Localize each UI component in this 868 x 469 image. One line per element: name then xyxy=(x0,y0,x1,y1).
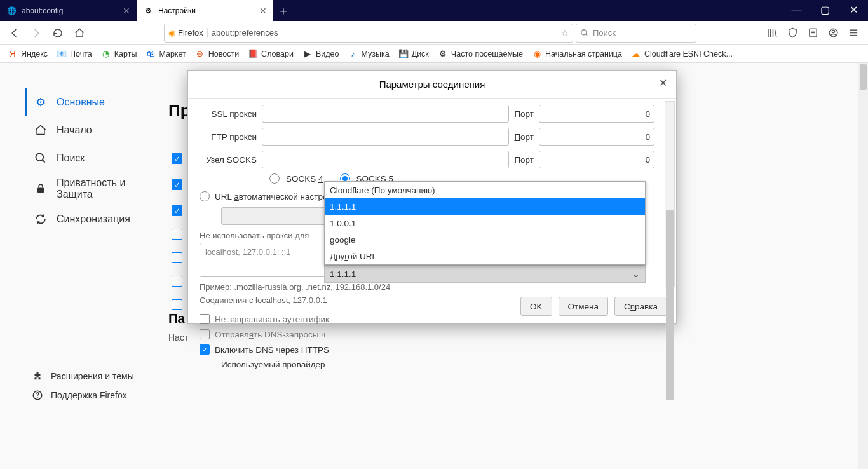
forward-button xyxy=(27,24,46,43)
svg-line-1 xyxy=(586,34,588,36)
navbar: ◉ Firefox about:preferences ☆ Поиск xyxy=(0,21,868,45)
bookmark-dicts[interactable]: 📕Словари xyxy=(244,48,297,60)
identity-label: Firefox xyxy=(178,28,203,37)
url-text[interactable]: about:preferences xyxy=(212,28,557,37)
provider-label: Используемый провайдер xyxy=(221,360,325,369)
search-placeholder: Поиск xyxy=(593,28,616,37)
window-maximize-icon[interactable]: ▢ xyxy=(811,0,839,19)
home-button[interactable] xyxy=(70,24,89,43)
bookmark-label: Маркет xyxy=(159,50,186,58)
tab-label: about:config xyxy=(22,6,63,15)
provider-option-1111[interactable]: 1.1.1.1 xyxy=(325,198,645,215)
tab-close-icon[interactable]: ✕ xyxy=(123,6,130,16)
window-close-icon[interactable]: ✕ xyxy=(839,0,868,19)
titlebar: 🌐 about:config ✕ ⚙ Настройки ✕ ＋ — ▢ ✕ xyxy=(0,0,868,21)
scrollbar-thumb[interactable] xyxy=(666,210,674,400)
socks4-radio[interactable] xyxy=(269,173,280,184)
port-label: Порт xyxy=(514,155,534,165)
bookmark-news[interactable]: ⊕Новости xyxy=(191,48,243,60)
bookmark-star-icon[interactable]: ☆ xyxy=(561,28,569,37)
provider-selected-value: 1.1.1.1 xyxy=(330,269,356,279)
bookmark-label: Диск xyxy=(412,50,429,58)
ssl-proxy-input[interactable] xyxy=(262,105,509,123)
provider-options-list: Cloudflare (По умолчанию) 1.1.1.1 1.0.0.… xyxy=(324,181,646,265)
bookmark-label: Словари xyxy=(261,50,294,58)
doh-checkbox[interactable]: ✓ xyxy=(200,344,210,355)
port-label: Порт xyxy=(514,132,534,142)
provider-option-google[interactable]: google xyxy=(325,231,645,248)
svg-point-0 xyxy=(581,29,587,34)
bookmark-disk[interactable]: 💾Диск xyxy=(395,48,433,60)
bookmark-label: Видео xyxy=(316,50,339,58)
ftp-proxy-label: FTP прокси xyxy=(200,132,257,142)
dns-socks-label: Отправлять DNS-запросы ч xyxy=(215,330,325,339)
svg-line-5 xyxy=(775,29,776,36)
identity-chip[interactable]: ◉ Firefox xyxy=(168,28,208,37)
ssl-proxy-label: SSL прокси xyxy=(200,109,257,119)
ssl-port-input[interactable] xyxy=(539,105,654,123)
search-icon xyxy=(580,29,589,37)
autoconfig-radio[interactable] xyxy=(200,191,210,201)
port-label: Порт xyxy=(514,109,534,119)
bookmark-music[interactable]: ♪Музыка xyxy=(344,48,393,60)
provider-select-box[interactable]: 1.1.1.1 ⌄ xyxy=(324,265,646,283)
tab-settings[interactable]: ⚙ Настройки ✕ xyxy=(137,0,273,21)
account-icon[interactable] xyxy=(824,24,843,43)
noauth-checkbox[interactable] xyxy=(200,314,210,324)
gear-icon: ⚙ xyxy=(143,6,153,16)
bookmark-mail[interactable]: 📧Почта xyxy=(53,48,96,60)
back-button[interactable] xyxy=(5,24,24,43)
bookmarks-bar: ЯЯндекс 📧Почта ◔Карты 🛍Маркет ⊕Новости 📕… xyxy=(0,45,868,63)
bookmark-yandex[interactable]: ЯЯндекс xyxy=(4,48,51,60)
doh-label: Включить DNS через HTTPS xyxy=(215,345,329,355)
socks-host-label: Узел SOCKS xyxy=(200,155,257,165)
chevron-down-icon: ⌄ xyxy=(632,269,640,279)
provider-option-other[interactable]: Другой URL xyxy=(325,248,645,264)
bookmark-label: Яндекс xyxy=(21,50,48,58)
tab-label: Настройки xyxy=(158,6,196,15)
menu-icon[interactable] xyxy=(844,24,863,43)
bookmark-label: Cloudflare ESNI Check... xyxy=(644,50,733,58)
noauth-label: Не запрашивать аутентифик xyxy=(215,315,329,324)
dialog-title: Параметры соединения xyxy=(379,79,485,90)
dialog-scrollbar[interactable] xyxy=(665,101,675,287)
close-icon[interactable]: ✕ xyxy=(659,77,667,89)
socks-port-input[interactable] xyxy=(539,151,654,168)
bookmark-label: Начальная страница xyxy=(545,50,622,58)
bookmark-homepage[interactable]: ◉Начальная страница xyxy=(528,48,626,60)
url-bar[interactable]: ◉ Firefox about:preferences ☆ xyxy=(164,24,573,43)
provider-option-cloudflare[interactable]: Cloudflare (По умолчанию) xyxy=(325,182,645,198)
localhost-note: Соединения с localhost, 127.0.0.1 xyxy=(200,296,671,305)
bookmark-maps[interactable]: ◔Карты xyxy=(97,48,141,60)
socks4-label: SOCKS 4 xyxy=(286,174,323,184)
reader-icon[interactable] xyxy=(803,24,822,43)
dialog-body: SSL прокси Порт FTP прокси Порт Узел SOC… xyxy=(188,99,676,289)
ftp-port-input[interactable] xyxy=(539,128,654,146)
bookmark-label: Карты xyxy=(114,50,137,58)
svg-point-10 xyxy=(832,30,834,32)
search-bar[interactable]: Поиск xyxy=(576,24,696,43)
reload-button[interactable] xyxy=(48,24,67,43)
provider-option-1001[interactable]: 1.0.0.1 xyxy=(325,215,645,231)
shield-icon[interactable] xyxy=(783,24,802,43)
preferences-page: ⚙ Основные Начало Поиск Приватность и За… xyxy=(0,63,868,469)
noproxy-example: Пример: .mozilla-russia.org, .net.nz, 19… xyxy=(200,282,671,292)
bookmark-frequent[interactable]: ⚙Часто посещаемые xyxy=(434,48,527,60)
new-tab-button[interactable]: ＋ xyxy=(273,0,294,21)
tab-about-config[interactable]: 🌐 about:config ✕ xyxy=(0,0,137,21)
tab-close-icon[interactable]: ✕ xyxy=(259,6,267,16)
bookmark-video[interactable]: ▶Видео xyxy=(299,48,343,60)
dns-socks-checkbox[interactable] xyxy=(200,329,210,339)
tab-favicon: 🌐 xyxy=(6,6,17,16)
provider-select[interactable]: Cloudflare (По умолчанию) 1.1.1.1 1.0.0.… xyxy=(324,265,646,283)
bookmark-label: Новости xyxy=(208,50,239,58)
socks-host-input[interactable] xyxy=(262,151,509,168)
bookmark-market[interactable]: 🛍Маркет xyxy=(142,48,189,60)
window-minimize-icon[interactable]: — xyxy=(782,0,811,19)
library-icon[interactable] xyxy=(763,24,782,43)
connection-settings-dialog: Параметры соединения ✕ SSL прокси Порт F… xyxy=(187,70,677,324)
bookmark-label: Музыка xyxy=(361,50,389,58)
bookmark-label: Почта xyxy=(70,50,92,58)
bookmark-cloudflare[interactable]: ☁Cloudflare ESNI Check... xyxy=(627,48,736,60)
ftp-proxy-input[interactable] xyxy=(262,128,509,146)
